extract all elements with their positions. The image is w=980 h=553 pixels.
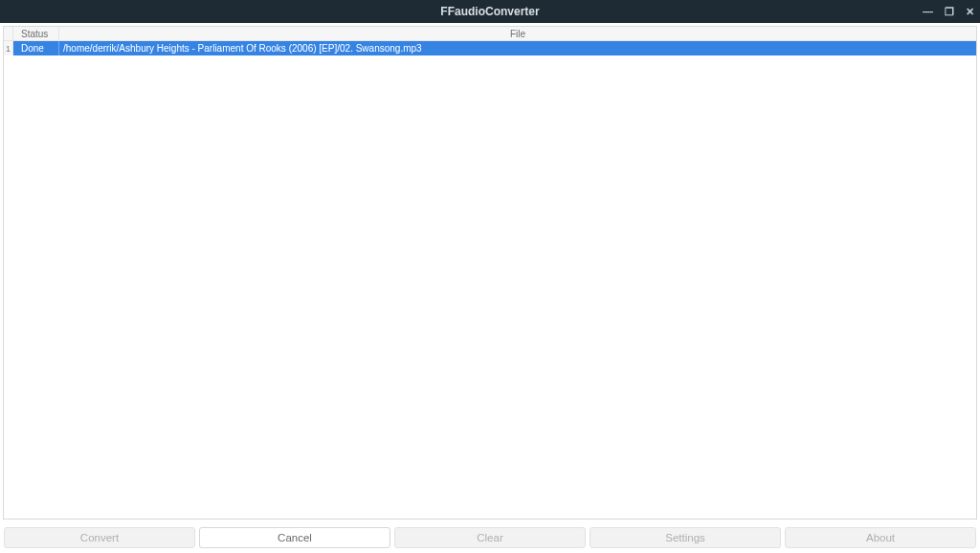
content-area: Status File 1 Done /home/derrik/Ashbury … bbox=[0, 23, 980, 522]
header-rownum bbox=[4, 27, 13, 40]
window-controls: — ❐ ✕ bbox=[923, 0, 974, 23]
row-number: 1 bbox=[4, 41, 13, 55]
convert-button[interactable]: Convert bbox=[4, 527, 195, 548]
cell-status: Done bbox=[13, 41, 59, 55]
maximize-icon[interactable]: ❐ bbox=[945, 7, 954, 17]
bottom-toolbar: Convert Cancel Clear Settings About bbox=[0, 522, 980, 553]
file-table[interactable]: Status File 1 Done /home/derrik/Ashbury … bbox=[3, 26, 977, 520]
clear-button[interactable]: Clear bbox=[394, 527, 586, 548]
header-status[interactable]: Status bbox=[13, 27, 59, 40]
settings-button[interactable]: Settings bbox=[590, 527, 781, 548]
cancel-button[interactable]: Cancel bbox=[199, 527, 390, 548]
about-button[interactable]: About bbox=[785, 527, 976, 548]
table-header: Status File bbox=[4, 27, 976, 41]
header-file[interactable]: File bbox=[59, 27, 976, 40]
cell-file: /home/derrik/Ashbury Heights - Parliamen… bbox=[59, 41, 976, 55]
minimize-icon[interactable]: — bbox=[923, 7, 933, 17]
close-icon[interactable]: ✕ bbox=[966, 7, 974, 17]
window-title: FFaudioConverter bbox=[440, 5, 539, 18]
titlebar: FFaudioConverter — ❐ ✕ bbox=[0, 0, 980, 23]
table-row[interactable]: 1 Done /home/derrik/Ashbury Heights - Pa… bbox=[4, 41, 976, 55]
